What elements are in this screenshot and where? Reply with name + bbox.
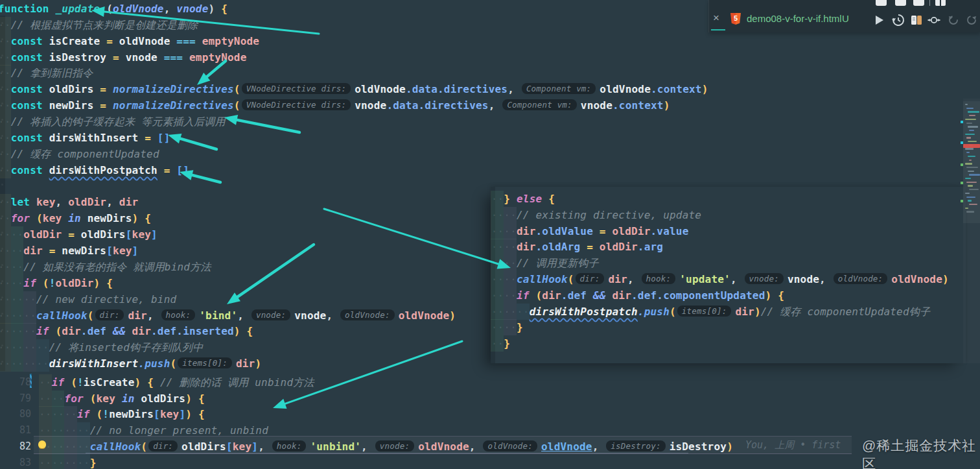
parameter-hint-chip: VNodeDirective dirs: [242,83,351,94]
code-token: ( [670,306,676,318]
preview-back-icon[interactable] [947,14,960,27]
code-line[interactable]: ······// existing directive, update [491,207,701,223]
window-icon-2[interactable] [895,0,906,6]
code-line[interactable]: ····} else { [491,191,555,207]
parameter-hint-chip: Component vm: [502,99,576,110]
code-token: , [489,99,502,112]
code-token: .arg [638,241,663,253]
code-token: [ [154,408,160,420]
code-token: dirsWithPostpatch [530,306,638,318]
whitespace-dots: ·· [0,99,11,112]
code-token: in [68,212,88,224]
open-preview-icon[interactable] [910,14,923,27]
line-number[interactable]: 79 [9,391,31,407]
history-icon[interactable] [892,14,905,27]
code-token: callHook [517,273,568,285]
code-line[interactable]: ··if (!isCreate) { // 删除的话 调用 unbind方法 [39,374,314,391]
git-blame-annotation: You, 上周 • first [745,437,841,453]
line-number[interactable]: 78 [9,374,31,391]
code-token: normalizeDirectives [113,83,234,95]
code-line[interactable]: function _update (oldVnode, vnode) { [0,1,228,17]
parameter-hint-chip: hook: [642,273,676,284]
code-line[interactable]: ········dirsWithInsert.push(items[0]:dir… [0,355,261,372]
parameter-hint-chip: isDestroy: [606,440,665,451]
tab-filename[interactable]: demo08-v-for-v-if.html [747,13,842,24]
layout-grid-icon[interactable] [935,0,946,6]
code-token: ) [754,306,761,318]
code-token: // existing directive, update [517,209,701,221]
minimap-code-line [969,160,972,161]
code-line[interactable]: ······dir.oldArg = oldDir.arg [491,239,663,255]
code-line[interactable]: ······// new directive, bind [0,291,176,307]
code-token: else [517,193,548,205]
code-token: dir [132,325,152,337]
code-line[interactable]: ··let key, oldDir, dir [0,194,138,210]
minimap-code-line [969,130,974,131]
code-token: && [113,325,132,337]
code-line[interactable]: ········dirsWithPostpatch.push(items[0]:… [491,304,930,320]
code-token: , [819,273,832,285]
code-line[interactable]: ··const isDestroy = vnode === emptyNode [0,49,247,66]
close-icon[interactable]: × [713,12,719,25]
code-line[interactable]: ··const isCreate = oldVnode === emptyNod… [0,33,259,49]
code-line[interactable]: ····for (key in oldDirs) { [39,391,205,407]
code-token: && [593,289,612,302]
whitespace-dots: ·· [39,376,52,389]
overlay-panel-content[interactable]: ····} else {······// existing directive,… [491,187,966,363]
code-line[interactable]: ······if (dir.def && dir.def.inserted) { [0,323,253,339]
code-line[interactable]: ········// 将inserted钩子存到队列中 [0,339,203,355]
parameter-hint-chip: dir: [148,440,178,451]
code-line[interactable]: ··// 拿到新旧指令 [0,65,93,81]
code-line[interactable]: ··// 缓存 componentUpdated [0,146,159,162]
code-token: , [469,440,482,453]
window-icon-3[interactable] [913,0,924,6]
code-line[interactable]: ········// no longer present, unbind [39,422,268,439]
code-line[interactable]: ······} [491,319,523,335]
code-line[interactable]: ··const newDirs = normalizeDirectives(VN… [0,97,670,114]
code-line[interactable]: ······dir.oldValue = oldDir.value [491,223,689,239]
code-line[interactable]: ········} [39,455,97,469]
parameter-hint-chip: dir: [95,309,124,320]
line-number[interactable]: 80 [9,406,31,422]
code-line[interactable]: ····oldDir = oldDirs[key] [0,226,158,243]
code-line[interactable]: ······if (!newDirs[key]) { [39,406,205,422]
code-line[interactable]: ··const dirsWithInsert = [] [0,130,170,146]
code-line[interactable]: ··const dirsWithPostpatch = [] [0,162,189,178]
code-token: if [36,325,56,337]
code-line[interactable]: ····} [491,335,510,352]
code-line[interactable]: ······if (dir.def && dir.def.componentUp… [491,287,784,304]
code-token: .push [138,357,170,370]
code-token: } [517,321,523,333]
code-token: oldDirs [181,440,226,453]
code-line[interactable]: ······// 调用更新钩子 [491,255,599,271]
code-line[interactable]: ··// 将插入的钩子缓存起来 等元素插入后调用 [0,114,226,130]
code-line[interactable]: ······callHook(dir:dir, hook:'update', v… [491,271,949,287]
code-line[interactable]: ····if (!oldDir) { [0,275,113,291]
code-token: } [504,193,517,205]
code-line[interactable]: ····// 如果没有老的指令 就调用bind方法 [0,259,211,275]
code-token: ( [97,408,103,420]
code-token: = [100,99,113,112]
whitespace-dots: ·· [0,19,11,31]
line-number[interactable]: 81 [9,422,31,439]
whitespace-dots: ······ [491,241,517,253]
line-number[interactable]: 83 [9,455,31,469]
code-line[interactable]: ··// 根据虚拟节点来判断是创建还是删除 [0,17,198,33]
compare-changes-icon[interactable] [928,14,940,27]
code-token: 'update' [679,273,730,285]
code-token: ! [77,376,84,389]
code-line[interactable]: ··for (key in newDirs) { [0,210,151,226]
run-icon[interactable] [872,14,885,27]
code-line[interactable]: ····dir = newDirs[key] [0,243,138,259]
code-token: = [145,132,158,144]
code-line[interactable]: ······callHook(dir:dir, hook:'bind', vno… [0,307,456,324]
code-token: // 删除的话 调用 unbind方法 [160,376,314,389]
code-line[interactable]: ········callHook(dir:oldDirs[key], hook:… [39,439,733,455]
code-token: ) [727,440,733,453]
code-line[interactable]: ··const oldDirs = normalizeDirectives(VN… [0,81,708,97]
code-token: = [106,35,119,47]
preview-forward-icon[interactable] [965,14,978,27]
line-number[interactable]: 82 [9,439,31,455]
window-icon-1[interactable] [876,0,887,6]
code-token: ( [141,440,147,453]
